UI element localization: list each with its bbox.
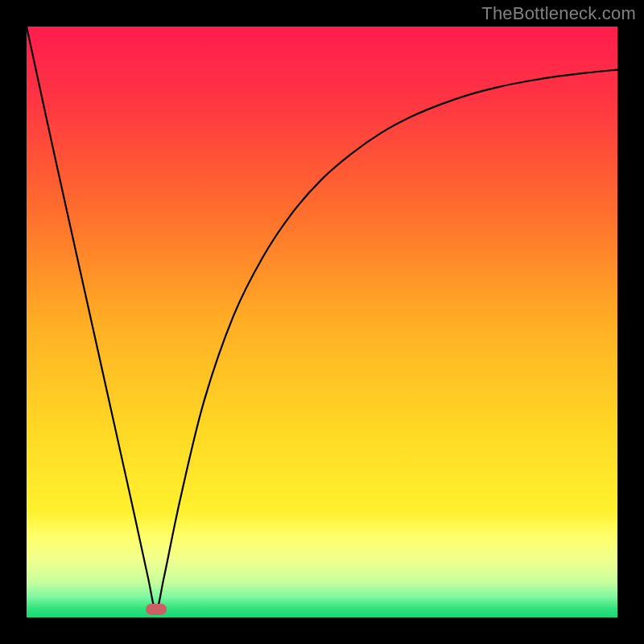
optimal-point-marker: [146, 604, 167, 615]
chart-frame: TheBottleneck.com: [0, 0, 644, 644]
plot-area: [27, 27, 617, 617]
bottleneck-curve: [27, 27, 617, 617]
watermark-text: TheBottleneck.com: [481, 3, 636, 24]
